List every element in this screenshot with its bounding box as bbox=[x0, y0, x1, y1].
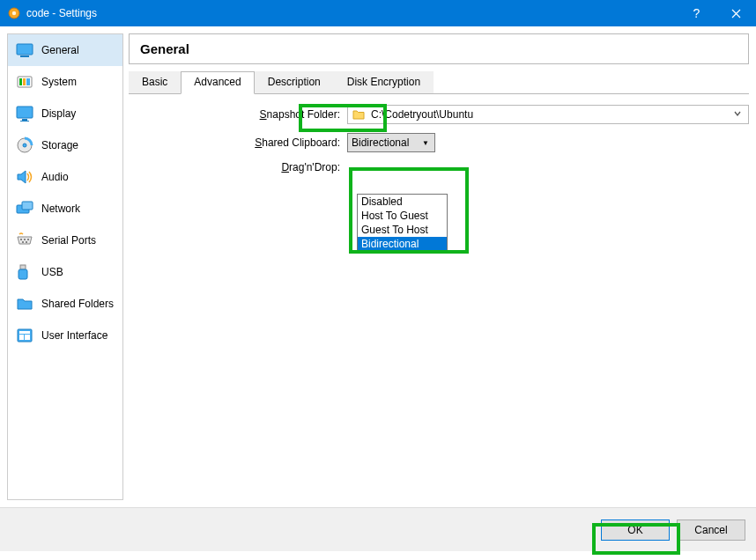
svg-rect-20 bbox=[20, 265, 26, 269]
drag-drop-label: Drag'n'Drop: bbox=[129, 161, 347, 173]
svg-point-18 bbox=[22, 241, 24, 243]
svg-point-19 bbox=[26, 241, 27, 243]
sidebar-item-storage[interactable]: Storage bbox=[8, 129, 122, 161]
network-icon bbox=[15, 199, 34, 218]
app-gear-icon bbox=[7, 6, 21, 20]
tab-advanced[interactable]: Advanced bbox=[181, 71, 254, 94]
clipboard-option-host-to-guest[interactable]: Host To Guest bbox=[358, 209, 447, 223]
sidebar-item-label: Storage bbox=[41, 139, 78, 151]
svg-rect-25 bbox=[25, 335, 30, 340]
sidebar-item-user-interface[interactable]: User Interface bbox=[8, 320, 122, 351]
svg-rect-7 bbox=[26, 78, 30, 85]
serial-icon bbox=[15, 231, 34, 250]
sidebar-item-label: Shared Folders bbox=[41, 298, 114, 310]
sidebar-item-serial-ports[interactable]: Serial Ports bbox=[8, 225, 122, 256]
snapshot-folder-value: C:\Codetryout\Ubuntu bbox=[371, 108, 725, 121]
tab-description[interactable]: Description bbox=[255, 71, 334, 93]
tab-disk-encryption[interactable]: Disk Encryption bbox=[334, 71, 434, 93]
shared-clipboard-row: Shared Clipboard: Bidirectional ▼ bbox=[129, 133, 749, 152]
sidebar-item-general[interactable]: General bbox=[8, 34, 122, 66]
sidebar-item-label: User Interface bbox=[41, 329, 107, 342]
sidebar-item-network[interactable]: Network bbox=[8, 193, 122, 225]
svg-point-17 bbox=[27, 239, 29, 240]
shared-clipboard-label: Shared Clipboard: bbox=[129, 136, 347, 149]
sidebar: General System Display Storage Audio bbox=[7, 33, 123, 500]
sidebar-item-label: Display bbox=[41, 107, 76, 120]
ok-button[interactable]: OK bbox=[601, 519, 670, 541]
sidebar-item-label: USB bbox=[41, 266, 63, 278]
ui-icon bbox=[15, 326, 34, 345]
button-bar: OK Cancel bbox=[0, 507, 756, 551]
cancel-button[interactable]: Cancel bbox=[677, 519, 745, 541]
svg-rect-21 bbox=[19, 269, 27, 279]
clipboard-option-bidirectional[interactable]: Bidirectional bbox=[358, 237, 447, 251]
page-title: General bbox=[129, 33, 749, 64]
svg-rect-2 bbox=[17, 44, 33, 55]
usb-icon bbox=[15, 262, 34, 282]
display-icon bbox=[15, 104, 34, 123]
drag-drop-row: Drag'n'Drop: bbox=[129, 161, 749, 173]
tab-basic[interactable]: Basic bbox=[129, 71, 181, 93]
titlebar: code - Settings ? bbox=[0, 0, 756, 26]
sidebar-item-label: Network bbox=[41, 203, 80, 215]
svg-rect-10 bbox=[20, 121, 29, 122]
sidebar-item-label: System bbox=[41, 76, 77, 88]
svg-point-1 bbox=[12, 11, 16, 15]
svg-rect-5 bbox=[19, 78, 22, 85]
close-button[interactable] bbox=[716, 0, 756, 26]
snapshot-folder-input[interactable]: C:\Codetryout\Ubuntu bbox=[347, 105, 749, 124]
svg-rect-23 bbox=[19, 331, 30, 334]
audio-icon bbox=[15, 167, 34, 187]
sidebar-item-label: Serial Ports bbox=[41, 234, 96, 247]
sidebar-item-usb[interactable]: USB bbox=[8, 256, 122, 288]
chevron-down-icon[interactable] bbox=[730, 108, 745, 121]
snapshot-folder-row: Snapshot Folder: C:\Codetryout\Ubuntu bbox=[129, 105, 749, 124]
storage-icon bbox=[15, 136, 34, 155]
shared-clipboard-value: Bidirectional bbox=[352, 136, 420, 149]
window-body: General System Display Storage Audio bbox=[0, 26, 756, 507]
window-controls: ? bbox=[677, 0, 756, 26]
svg-rect-24 bbox=[19, 335, 24, 340]
general-icon bbox=[15, 41, 34, 60]
system-icon bbox=[15, 72, 34, 92]
clipboard-dropdown: Disabled Host To Guest Guest To Host Bid… bbox=[357, 194, 448, 252]
svg-rect-8 bbox=[17, 107, 33, 118]
sidebar-item-system[interactable]: System bbox=[8, 66, 122, 98]
main-panel: General Basic Advanced Description Disk … bbox=[129, 33, 749, 500]
sidebar-item-label: General bbox=[41, 44, 79, 56]
sidebar-item-audio[interactable]: Audio bbox=[8, 161, 122, 193]
svg-point-16 bbox=[24, 239, 26, 240]
content-area: Snapshot Folder: C:\Codetryout\Ubuntu Sh… bbox=[129, 94, 749, 500]
clipboard-option-disabled[interactable]: Disabled bbox=[358, 195, 447, 209]
svg-point-15 bbox=[20, 239, 22, 240]
svg-rect-9 bbox=[22, 119, 27, 121]
shared-clipboard-combo[interactable]: Bidirectional ▼ bbox=[347, 133, 435, 152]
folder-yellow-icon bbox=[352, 107, 366, 122]
svg-rect-14 bbox=[22, 202, 33, 210]
sidebar-item-label: Audio bbox=[41, 171, 69, 183]
help-button[interactable]: ? bbox=[677, 0, 716, 26]
svg-rect-3 bbox=[20, 55, 29, 57]
sidebar-item-display[interactable]: Display bbox=[8, 98, 122, 129]
window-title: code - Settings bbox=[26, 7, 677, 19]
svg-point-12 bbox=[23, 144, 26, 147]
snapshot-folder-label: Snapshot Folder: bbox=[129, 108, 347, 121]
clipboard-option-guest-to-host[interactable]: Guest To Host bbox=[358, 223, 447, 237]
tab-row: Basic Advanced Description Disk Encrypti… bbox=[129, 71, 749, 94]
folder-icon bbox=[15, 294, 34, 313]
dropdown-arrow-icon: ▼ bbox=[420, 139, 431, 147]
svg-rect-6 bbox=[23, 78, 26, 85]
sidebar-item-shared-folders[interactable]: Shared Folders bbox=[8, 288, 122, 320]
